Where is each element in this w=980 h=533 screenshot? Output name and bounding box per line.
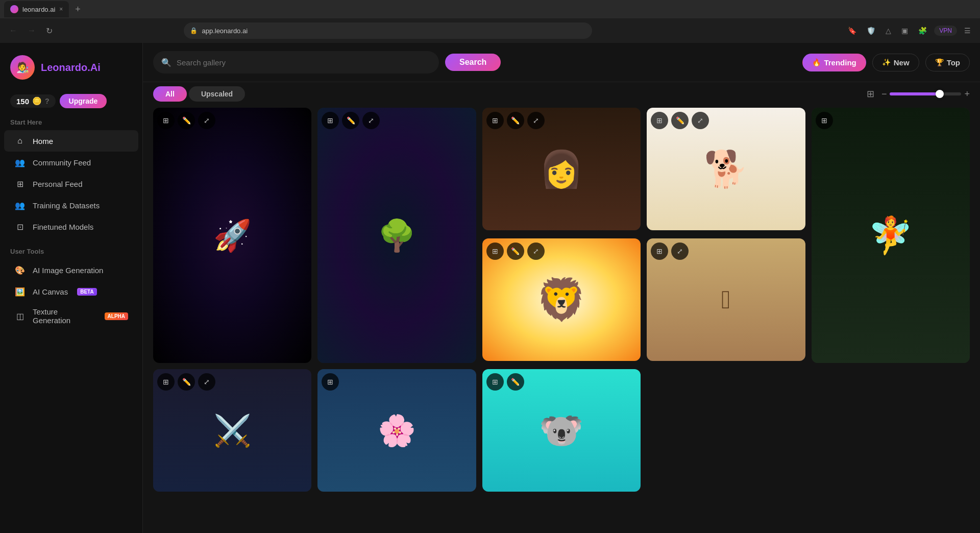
search-input-wrapper[interactable]: 🔍	[153, 51, 439, 74]
main-content: 🔍 Search 🔥 Trending ✨ New 🏆 Top	[143, 43, 980, 533]
size-slider-wrapper: − +	[881, 89, 970, 100]
gallery-item-10[interactable]: ⊞ ✏️	[482, 369, 641, 492]
tab-upscaled[interactable]: Upscaled	[189, 86, 245, 102]
gallery-grid: ⊞ ✏️ ⤢ ⊞ ✏️ ⤢	[153, 108, 970, 492]
start-here-label: Start Here	[0, 116, 142, 130]
remix-btn-8[interactable]: ⊞	[157, 373, 175, 391]
profile-btn[interactable]: △	[883, 25, 894, 37]
search-icon: 🔍	[161, 58, 172, 67]
shield-btn[interactable]: 🛡️	[864, 25, 878, 37]
remix-btn-5[interactable]: ⊞	[816, 112, 833, 129]
gallery-item-3[interactable]: ⊞ ✏️ ⤢	[482, 108, 641, 230]
sidebar-item-ai-canvas[interactable]: 🖼️ AI Canvas BETA	[4, 281, 138, 302]
credits-icon: 🪙	[32, 96, 42, 106]
item-overlay-4: ⊞ ✏️ ⤢	[651, 112, 709, 129]
edit-btn-2[interactable]: ✏️	[342, 112, 359, 129]
sidebar-item-texture[interactable]: ◫ Texture Generation ALPHA	[4, 302, 138, 330]
gallery-item-9[interactable]: ⊞	[317, 369, 476, 492]
item-overlay-9: ⊞	[322, 373, 339, 391]
new-icon: ✨	[882, 58, 891, 66]
active-tab[interactable]: leonardo.ai ×	[4, 1, 69, 17]
new-filter-btn[interactable]: ✨ New	[872, 54, 919, 71]
forward-btn[interactable]: →	[24, 24, 39, 37]
ai-canvas-icon: 🖼️	[14, 286, 26, 297]
remix-btn-6[interactable]: ⊞	[486, 243, 504, 260]
expand-btn-8[interactable]: ⤢	[198, 373, 215, 391]
nav-actions: 🔖 🛡️ △ ▣ 🧩 VPN ☰	[845, 25, 974, 37]
expand-btn-4[interactable]: ⤢	[692, 112, 709, 129]
sidebar-item-home[interactable]: ⌂ Home	[4, 130, 138, 152]
upgrade-button[interactable]: Upgrade	[60, 94, 107, 108]
edit-btn-4[interactable]: ✏️	[671, 112, 689, 129]
address-bar[interactable]: 🔒 app.leonardo.ai	[184, 22, 592, 39]
remix-btn-4[interactable]: ⊞	[651, 112, 668, 129]
trending-label: Trending	[824, 58, 856, 67]
remix-btn-10[interactable]: ⊞	[486, 373, 504, 391]
credits-row: 150 🪙 ? Upgrade	[0, 90, 142, 116]
grid-view-btn[interactable]: ⊞	[865, 86, 876, 102]
trending-filter-btn[interactable]: 🔥 Trending	[802, 54, 866, 71]
filter-actions: 🔥 Trending ✨ New 🏆 Top	[802, 54, 970, 71]
tab-title: leonardo.ai	[22, 6, 55, 13]
extensions-btn[interactable]: 🧩	[915, 25, 930, 37]
slider-minus-btn[interactable]: −	[881, 89, 887, 100]
top-filter-btn[interactable]: 🏆 Top	[925, 54, 970, 71]
edit-btn-8[interactable]: ✏️	[178, 373, 195, 391]
edit-btn-10[interactable]: ✏️	[507, 373, 524, 391]
menu-btn[interactable]: ☰	[961, 25, 974, 37]
edit-btn-3[interactable]: ✏️	[507, 112, 524, 129]
gallery-item-8[interactable]: ⊞ ✏️ ⤢	[153, 369, 311, 492]
address-text: app.leonardo.ai	[202, 27, 248, 35]
sidebar-item-ai-image[interactable]: 🎨 AI Image Generation	[4, 259, 138, 281]
remix-btn-2[interactable]: ⊞	[322, 112, 339, 129]
item-overlay-6: ⊞ ✏️ ⤢	[486, 243, 545, 260]
expand-btn-6[interactable]: ⤢	[527, 243, 545, 260]
gallery-item-5[interactable]: ⊞	[812, 108, 970, 363]
slider-plus-btn[interactable]: +	[964, 89, 970, 100]
item-overlay-10: ⊞ ✏️	[486, 373, 524, 391]
expand-btn-2[interactable]: ⤢	[362, 112, 380, 129]
help-icon[interactable]: ?	[45, 97, 50, 105]
edit-btn-6[interactable]: ✏️	[507, 243, 524, 260]
expand-btn-7[interactable]: ⤢	[671, 243, 689, 260]
size-slider[interactable]	[890, 92, 961, 95]
gallery-item-2[interactable]: ⊞ ✏️ ⤢	[317, 108, 476, 363]
vpn-badge[interactable]: VPN	[934, 26, 957, 36]
nav-bar: ← → ↻ 🔒 app.leonardo.ai 🔖 🛡️ △ ▣ 🧩 VPN ☰	[0, 18, 980, 43]
home-icon: ⌂	[14, 135, 26, 147]
remix-btn-3[interactable]: ⊞	[486, 112, 504, 129]
new-tab-btn[interactable]: +	[75, 4, 81, 15]
tab-all[interactable]: All	[153, 86, 187, 102]
ai-image-icon: 🎨	[14, 264, 26, 276]
item-overlay-7: ⊞ ⤢	[651, 243, 689, 260]
expand-btn-1[interactable]: ⤢	[198, 112, 215, 129]
gallery-item-4[interactable]: ⊞ ✏️ ⤢	[647, 108, 805, 230]
remix-btn-9[interactable]: ⊞	[322, 373, 339, 391]
bookmark-btn[interactable]: 🔖	[845, 25, 860, 37]
community-label: Community Feed	[33, 158, 91, 167]
sidebar-item-finetuned[interactable]: ⊡ Finetuned Models	[4, 216, 138, 237]
reload-btn[interactable]: ↻	[43, 24, 56, 38]
personal-label: Personal Feed	[33, 180, 83, 188]
texture-icon: ◫	[14, 310, 26, 322]
search-button[interactable]: Search	[445, 54, 501, 71]
tab-bar: leonardo.ai × +	[0, 0, 980, 18]
remix-btn-1[interactable]: ⊞	[157, 112, 175, 129]
alpha-badge: ALPHA	[105, 312, 128, 320]
search-input[interactable]	[177, 58, 431, 67]
sidebar-item-personal-feed[interactable]: ⊞ Personal Feed	[4, 173, 138, 195]
sidebar-item-training[interactable]: 👥 Training & Datasets	[4, 195, 138, 216]
back-btn[interactable]: ←	[6, 24, 20, 37]
tab-close-btn[interactable]: ×	[59, 6, 63, 13]
sidebar-btn[interactable]: ▣	[898, 25, 911, 37]
remix-btn-7[interactable]: ⊞	[651, 243, 668, 260]
item-overlay-5: ⊞	[816, 112, 833, 129]
search-header: 🔍 Search 🔥 Trending ✨ New 🏆 Top	[143, 43, 980, 82]
gallery-item-6[interactable]: ⊞ ✏️ ⤢	[482, 238, 641, 361]
edit-btn-1[interactable]: ✏️	[178, 112, 195, 129]
sidebar-item-community-feed[interactable]: 👥 Community Feed	[4, 152, 138, 173]
gallery-item-7[interactable]: ⊞ ⤢	[647, 238, 805, 361]
expand-btn-3[interactable]: ⤢	[527, 112, 545, 129]
slider-thumb[interactable]	[936, 90, 944, 98]
gallery-item-1[interactable]: ⊞ ✏️ ⤢	[153, 108, 311, 363]
